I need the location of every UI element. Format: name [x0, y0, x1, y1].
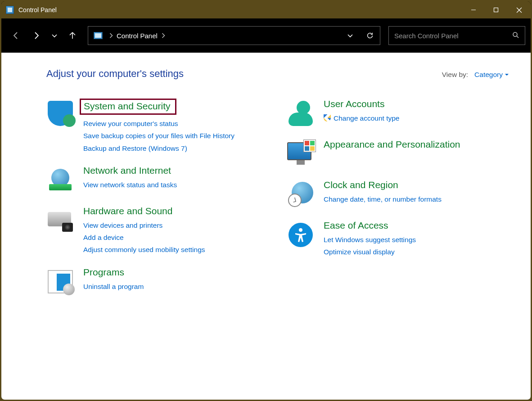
category-link[interactable]: Adjust commonly used mobility settings	[83, 244, 205, 255]
control-panel-window: Control Panel Control Pan	[1, 1, 531, 400]
search-icon[interactable]	[512, 32, 519, 40]
category-hardware-sound: Hardware and Sound View devices and prin…	[46, 205, 269, 255]
category-programs: Programs Uninstall a program	[46, 266, 269, 296]
address-bar[interactable]: Control Panel	[88, 26, 380, 45]
header-row: Adjust your computer's settings View by:…	[46, 68, 509, 80]
back-button[interactable]	[7, 27, 25, 45]
minimize-button[interactable]	[462, 1, 485, 18]
category-title[interactable]: User Accounts	[324, 99, 384, 109]
category-title[interactable]: System and Security	[80, 99, 176, 115]
category-title[interactable]: Clock and Region	[324, 180, 398, 190]
category-title[interactable]: Appearance and Personalization	[324, 139, 460, 150]
category-title[interactable]: Ease of Access	[324, 220, 388, 231]
category-link[interactable]: View devices and printers	[83, 220, 205, 230]
category-link[interactable]: Let Windows suggest settings	[324, 234, 416, 245]
maximize-button[interactable]	[485, 1, 507, 18]
forward-button[interactable]	[27, 27, 45, 45]
right-column: User Accounts Change account type Appear…	[287, 98, 509, 306]
category-title[interactable]: Network and Internet	[83, 165, 171, 176]
category-link[interactable]: Backup and Restore (Windows 7)	[83, 143, 234, 153]
close-button[interactable]	[507, 1, 531, 18]
view-by-dropdown[interactable]: Category	[474, 71, 509, 79]
category-user-accounts: User Accounts Change account type	[287, 98, 509, 127]
address-location[interactable]: Control Panel	[117, 32, 158, 40]
shield-icon[interactable]	[46, 99, 74, 127]
hardware-icon[interactable]	[46, 207, 74, 234]
left-column: System and Security Review your computer…	[46, 98, 269, 306]
recent-locations-button[interactable]	[48, 27, 61, 45]
accessibility-icon[interactable]	[287, 221, 315, 249]
category-appearance-personalization: Appearance and Personalization	[287, 138, 509, 168]
appearance-icon[interactable]	[287, 140, 315, 168]
chevron-down-icon	[505, 73, 509, 77]
category-link[interactable]: View network status and tasks	[83, 180, 177, 190]
search-box[interactable]	[388, 26, 525, 45]
category-clock-region: Clock and Region Change date, time, or n…	[287, 179, 509, 208]
page-title: Adjust your computer's settings	[46, 68, 184, 80]
category-link[interactable]: Optimize visual display	[324, 247, 416, 257]
content-area: Adjust your computer's settings View by:…	[1, 53, 531, 400]
categories-grid: System and Security Review your computer…	[46, 98, 509, 306]
category-link[interactable]: Add a device	[83, 232, 205, 243]
svg-point-6	[299, 228, 302, 232]
chevron-right-icon[interactable]	[161, 32, 165, 40]
network-icon[interactable]	[46, 166, 74, 194]
category-link[interactable]: Change date, time, or number formats	[324, 194, 442, 204]
titlebar: Control Panel	[1, 1, 531, 18]
user-icon[interactable]	[287, 99, 315, 127]
category-network-internet: Network and Internet View network status…	[46, 164, 269, 194]
category-link[interactable]: Change account type	[324, 113, 400, 123]
category-link[interactable]: Review your computer's status	[83, 118, 234, 129]
window-title: Control Panel	[18, 6, 57, 14]
address-icon	[94, 32, 103, 39]
up-button[interactable]	[63, 27, 81, 45]
svg-rect-1	[494, 8, 498, 12]
svg-point-4	[513, 32, 517, 36]
control-panel-icon	[6, 6, 14, 14]
clock-icon[interactable]	[287, 180, 315, 208]
category-system-security: System and Security Review your computer…	[46, 98, 269, 153]
address-dropdown-button[interactable]	[340, 27, 360, 45]
view-by-value: Category	[474, 71, 503, 79]
navigation-bar: Control Panel	[1, 18, 531, 53]
programs-icon[interactable]	[46, 268, 74, 296]
chevron-right-icon[interactable]	[109, 32, 113, 40]
category-title[interactable]: Hardware and Sound	[83, 206, 172, 216]
category-title[interactable]: Programs	[83, 267, 124, 278]
category-link[interactable]: Save backup copies of your files with Fi…	[83, 131, 234, 141]
category-ease-of-access: Ease of Access Let Windows suggest setti…	[287, 219, 509, 257]
category-link[interactable]: Uninstall a program	[83, 281, 144, 292]
refresh-button[interactable]	[360, 27, 380, 45]
view-by-label: View by:	[442, 71, 468, 79]
search-input[interactable]	[394, 32, 512, 40]
svg-line-5	[517, 36, 518, 38]
